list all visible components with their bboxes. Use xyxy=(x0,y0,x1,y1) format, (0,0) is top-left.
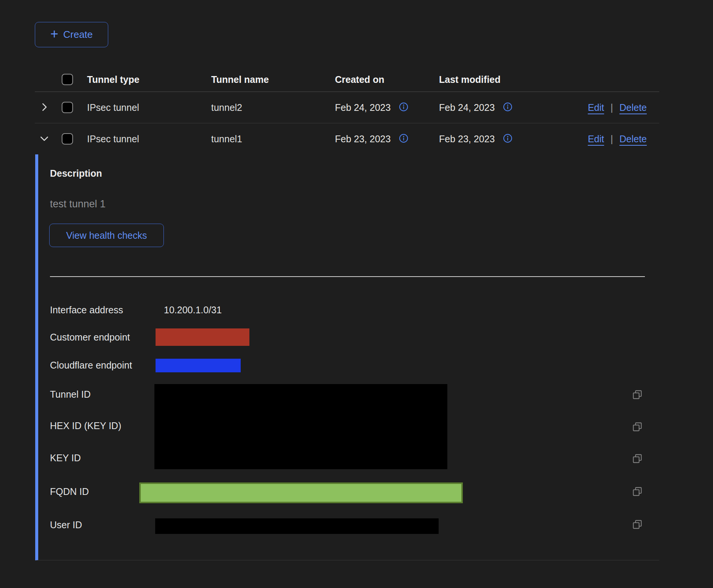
customer-endpoint-redaction xyxy=(156,328,249,346)
tunnel-detail-panel: Description test tunnel 1 View health ch… xyxy=(35,154,659,560)
table-row: IPsec tunnel tunnel2 Feb 24, 2023 Feb 24… xyxy=(35,92,659,123)
interface-address-value: 10.200.1.0/31 xyxy=(164,304,222,316)
row-checkbox[interactable] xyxy=(62,133,73,145)
tunnel-id-label: Tunnel ID xyxy=(50,389,90,400)
created-on-info-button[interactable] xyxy=(399,133,409,145)
description-label: Description xyxy=(50,168,102,179)
copy-icon xyxy=(632,459,643,465)
select-all-checkbox[interactable] xyxy=(62,74,73,85)
chevron-right-icon xyxy=(39,101,50,114)
row-checkbox[interactable] xyxy=(62,102,73,113)
collapse-row-button[interactable] xyxy=(35,133,54,145)
table-header-row: Tunnel type Tunnel name Created on Last … xyxy=(35,67,659,92)
created-on-info-button[interactable] xyxy=(399,102,409,113)
delete-link[interactable]: Delete xyxy=(620,102,647,113)
edit-link[interactable]: Edit xyxy=(588,102,604,113)
column-header-tunnel-type: Tunnel type xyxy=(81,74,211,85)
delete-link[interactable]: Delete xyxy=(620,134,647,145)
tunnel-name-cell: tunnel1 xyxy=(211,134,335,145)
last-modified-cell: Feb 24, 2023 xyxy=(439,102,495,113)
last-modified-info-button[interactable] xyxy=(503,133,513,145)
section-divider xyxy=(50,276,645,277)
edit-link[interactable]: Edit xyxy=(588,134,604,145)
user-id-redaction xyxy=(155,518,439,534)
tunnels-table: Tunnel type Tunnel name Created on Last … xyxy=(35,67,659,560)
info-icon xyxy=(503,102,513,113)
copy-icon xyxy=(632,525,643,531)
tunnel-name-cell: tunnel2 xyxy=(211,102,335,113)
ids-redaction xyxy=(154,384,447,469)
interface-address-label: Interface address xyxy=(50,304,123,316)
create-button-label: Create xyxy=(63,29,93,40)
create-button[interactable]: + Create xyxy=(35,22,108,47)
fqdn-id-redaction xyxy=(139,482,463,503)
created-on-cell: Feb 23, 2023 xyxy=(335,134,391,145)
tunnel-type-cell: IPsec tunnel xyxy=(81,102,211,113)
copy-icon xyxy=(632,492,643,498)
column-header-created-on: Created on xyxy=(335,74,439,85)
copy-hex-id-button[interactable] xyxy=(632,422,643,433)
customer-endpoint-label: Customer endpoint xyxy=(50,331,130,343)
plus-icon: + xyxy=(50,27,58,41)
copy-icon xyxy=(632,395,643,401)
hex-id-label: HEX ID (KEY ID) xyxy=(50,420,121,431)
last-modified-cell: Feb 23, 2023 xyxy=(439,134,495,145)
key-id-label: KEY ID xyxy=(50,452,81,464)
last-modified-info-button[interactable] xyxy=(503,102,513,113)
actions-separator: | xyxy=(610,102,613,113)
info-icon xyxy=(503,133,513,145)
expand-row-button[interactable] xyxy=(35,101,54,114)
info-icon xyxy=(399,102,409,113)
column-header-last-modified: Last modified xyxy=(439,74,553,85)
info-icon xyxy=(399,133,409,145)
tunnel-type-cell: IPsec tunnel xyxy=(81,134,211,145)
copy-user-id-button[interactable] xyxy=(632,519,643,530)
ipsec-tunnels-page: + Create Tunnel type Tunnel name Created… xyxy=(0,0,713,588)
table-row: IPsec tunnel tunnel1 Feb 23, 2023 Feb 23… xyxy=(35,123,659,154)
column-header-tunnel-name: Tunnel name xyxy=(211,74,335,85)
view-health-checks-button[interactable]: View health checks xyxy=(49,224,164,247)
cloudflare-endpoint-redaction xyxy=(156,359,241,372)
copy-tunnel-id-button[interactable] xyxy=(632,389,643,401)
chevron-down-icon xyxy=(39,133,50,145)
fqdn-id-label: FQDN ID xyxy=(50,486,89,497)
description-value: test tunnel 1 xyxy=(50,198,106,210)
created-on-cell: Feb 24, 2023 xyxy=(335,102,391,113)
cloudflare-endpoint-label: Cloudflare endpoint xyxy=(50,359,132,371)
actions-separator: | xyxy=(610,134,613,145)
copy-key-id-button[interactable] xyxy=(632,453,643,465)
user-id-label: User ID xyxy=(50,519,82,530)
copy-icon xyxy=(632,428,643,433)
copy-fqdn-id-button[interactable] xyxy=(632,486,643,498)
